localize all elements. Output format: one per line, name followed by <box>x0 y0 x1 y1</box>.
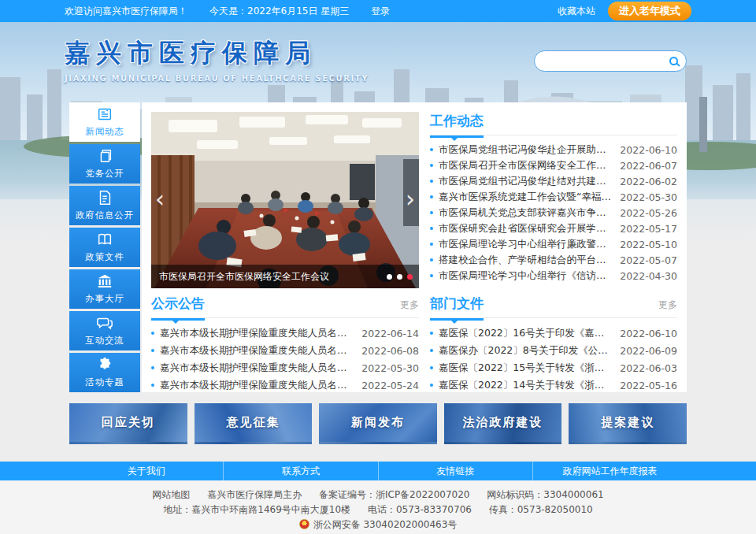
content-card: 市医保局召开全市医保网络安全工作会议 工作动态 市医保局党组书记冯俊华赴企开展助… <box>142 102 687 392</box>
topbar-right: 收藏本站 进入老年模式 <box>558 2 691 20</box>
search-icon[interactable] <box>669 57 678 65</box>
topbar-left: 欢迎访问嘉兴市医疗保障局！ 今天是：2022年6月15日 星期三 登录 <box>65 5 390 18</box>
list-item[interactable]: 嘉医保〔2022〕14号关于转发《浙江省医疗保...2022-05-16 <box>430 376 677 394</box>
list-item[interactable]: 市医保局党组书记冯俊华赴结对共建社区指导全国文...2022-06-02 <box>430 173 677 189</box>
carousel-dot[interactable] <box>397 274 402 280</box>
list-item[interactable]: 市医保研究会赴省医保研究会开展学习交流活动2022-05-17 <box>430 221 677 236</box>
footer: 网站地图 嘉兴市医疗保障局主办 备案证编号：浙ICP备2022007020 网站… <box>0 480 756 534</box>
welcome-text: 欢迎访问嘉兴市医疗保障局！ <box>65 5 187 18</box>
list-item[interactable]: 市医保局党组书记冯俊华赴企开展助企纾困活动2022-06-10 <box>430 142 677 158</box>
banner-proposal-suggestions[interactable]: 提案建议 <box>569 403 687 444</box>
document-icon <box>96 189 113 206</box>
banner-law-based-government[interactable]: 法治政府建设 <box>444 403 562 444</box>
site-map-link[interactable]: 网站地图 <box>152 489 190 500</box>
list-item[interactable]: 嘉医保办〔2022〕8号关于印发《公平竞争审查...2022-06-09 <box>430 342 677 359</box>
announcements-section: 公示公告 更多 嘉兴市本级长期护理保险重度失能人员名单公示（2...2022-0… <box>151 295 419 394</box>
book-icon <box>96 231 113 248</box>
login-link[interactable]: 登录 <box>371 5 390 18</box>
announcements-title[interactable]: 公示公告 <box>151 295 205 317</box>
footer-nav-links[interactable]: 友情链接 <box>378 462 532 480</box>
banner-news-release[interactable]: 新闻发布 <box>319 403 437 444</box>
bank-icon <box>96 273 113 290</box>
department-files-more-link[interactable]: 更多 <box>658 299 677 312</box>
top-row: 市医保局召开全市医保网络安全工作会议 工作动态 市医保局党组书记冯俊华赴企开展助… <box>151 112 677 288</box>
announcements-header: 公示公告 更多 <box>151 295 419 318</box>
site-subtitle: JIAXING MUNICIPAL BUREAU OF HEALTHCARE S… <box>65 74 369 83</box>
work-news-section: 工作动态 市医保局党组书记冯俊华赴企开展助企纾困活动2022-06-10 市医保… <box>419 112 677 288</box>
banner-opinion-collection[interactable]: 意见征集 <box>195 403 313 444</box>
puzzle-icon <box>96 356 113 373</box>
bottom-row: 公示公告 更多 嘉兴市本级长期护理保险重度失能人员名单公示（2...2022-0… <box>151 295 677 394</box>
announcements-list: 嘉兴市本级长期护理保险重度失能人员名单公示（2...2022-06-14 嘉兴市… <box>151 324 419 394</box>
phone-text: 电话：0573-83370706 <box>368 504 472 515</box>
carousel-dots <box>387 274 413 280</box>
list-item[interactable]: 嘉医保〔2022〕16号关于印发《嘉兴市医疗保...2022-06-10 <box>430 324 677 342</box>
site-logo: 嘉兴市医疗保障局 JIAXING MUNICIPAL BUREAU OF HEA… <box>65 36 369 83</box>
footer-nav-contact[interactable]: 联系方式 <box>223 462 377 480</box>
sidebar-item-policy-files[interactable]: 政策文件 <box>69 228 140 267</box>
sidebar-item-special-topics[interactable]: 活动专题 <box>69 353 140 392</box>
banner-respond-concerns[interactable]: 回应关切 <box>69 403 187 444</box>
organizer-text: 嘉兴市医疗保障局主办 <box>207 489 302 500</box>
elder-mode-button[interactable]: 进入老年模式 <box>608 2 691 20</box>
quick-banner-row: 回应关切 意见征集 新闻发布 法治政府建设 提案建议 <box>69 403 687 444</box>
carousel-dot-active[interactable] <box>407 274 413 280</box>
work-news-title[interactable]: 工作动态 <box>430 112 484 135</box>
sidebar-item-interaction[interactable]: 互动交流 <box>69 311 140 350</box>
sidebar-item-news[interactable]: 新闻动态 <box>69 102 140 142</box>
list-item[interactable]: 嘉兴市本级长期护理保险重度失能人员名单公示（2...2022-06-08 <box>151 342 419 359</box>
department-files-title[interactable]: 部门文件 <box>430 295 484 317</box>
public-security-badge-icon <box>299 519 309 529</box>
carousel-dot[interactable] <box>387 274 392 280</box>
sidebar-item-party-affairs[interactable]: 党务公开 <box>69 144 140 184</box>
carousel-next-button[interactable] <box>406 187 415 211</box>
list-item[interactable]: 嘉兴市本级长期护理保险重度失能人员名单公示（2...2022-06-14 <box>151 324 419 342</box>
header: 嘉兴市医疗保障局 JIAXING MUNICIPAL BUREAU OF HEA… <box>0 22 756 102</box>
work-news-list: 市医保局党组书记冯俊华赴企开展助企纾困活动2022-06-10 市医保局召开全市… <box>430 142 677 284</box>
department-files-list: 嘉医保〔2022〕16号关于印发《嘉兴市医疗保...2022-06-10 嘉医保… <box>430 324 677 394</box>
list-item[interactable]: 嘉兴市本级长期护理保险重度失能人员名单公示（2...2022-05-24 <box>151 376 419 394</box>
department-files-header: 部门文件 更多 <box>430 295 677 318</box>
footer-nav-about[interactable]: 关于我们 <box>69 462 223 480</box>
list-item[interactable]: 嘉兴市医保系统党建工作会议暨“幸福医保”党建联...2022-05-30 <box>430 189 677 205</box>
topbar: 欢迎访问嘉兴市医疗保障局！ 今天是：2022年6月15日 星期三 登录 收藏本站… <box>0 0 756 22</box>
list-item[interactable]: 搭建校企合作、产学研相结合的平台嘉兴市长期护理...2022-05-07 <box>430 252 677 268</box>
list-item[interactable]: 嘉医保〔2022〕15号关于转发《浙江省医疗保...2022-06-03 <box>430 359 677 376</box>
main-content: 新闻动态 党务公开 政府信息公开 政策文件 办事大厅 <box>69 102 687 395</box>
address-text: 地址：嘉兴市中环南路1469号中南大厦10楼 <box>163 504 350 515</box>
newspaper-icon <box>96 106 113 123</box>
department-files-section: 部门文件 更多 嘉医保〔2022〕16号关于印发《嘉兴市医疗保...2022-0… <box>419 295 677 394</box>
sidebar-item-service-hall[interactable]: 办事大厅 <box>69 269 140 309</box>
list-item[interactable]: 嘉兴市本级长期护理保险重度失能人员名单公示（2...2022-05-30 <box>151 359 419 376</box>
favorite-link[interactable]: 收藏本站 <box>558 5 595 18</box>
today-date-text: 今天是：2022年6月15日 星期三 <box>209 5 349 18</box>
news-carousel[interactable]: 市医保局召开全市医保网络安全工作会议 <box>151 112 419 288</box>
search-input[interactable] <box>543 56 669 67</box>
footer-nav-annual-report[interactable]: 政府网站工作年度报表 <box>532 462 687 480</box>
sidebar-item-gov-info[interactable]: 政府信息公开 <box>69 186 140 225</box>
pages-icon <box>96 147 113 165</box>
list-item[interactable]: 市医保局机关党总支部获评嘉兴市争创“建设清廉机...2022-05-26 <box>430 205 677 221</box>
carousel-prev-button[interactable] <box>155 187 165 211</box>
carousel-caption: 市医保局召开全市医保网络安全工作会议 <box>151 265 419 288</box>
chat-icon <box>96 314 113 332</box>
list-item[interactable]: 市医保局理论学习中心组举行《信访工作条例》专题...2022-04-30 <box>430 268 677 284</box>
icp-record-text: 备案证编号：浙ICP备2022007020 <box>319 489 470 500</box>
site-title: 嘉兴市医疗保障局 <box>65 36 369 71</box>
site-code-text: 网站标识码：3304000061 <box>487 489 603 500</box>
fax-text: 传真：0573-82050010 <box>489 504 593 515</box>
list-item[interactable]: 市医保局理论学习中心组举行廉政警示教育专题学习...2022-05-10 <box>430 236 677 252</box>
carousel-photo-meeting <box>151 112 419 288</box>
search-box <box>534 50 687 72</box>
list-item[interactable]: 市医保局召开全市医保网络安全工作会议2022-06-07 <box>430 158 677 173</box>
sidebar: 新闻动态 党务公开 政府信息公开 政策文件 办事大厅 <box>69 102 140 395</box>
footer-nav: 关于我们 联系方式 友情链接 政府网站工作年度报表 <box>0 462 756 480</box>
announcements-more-link[interactable]: 更多 <box>400 299 419 312</box>
security-record-text: 浙公网安备 33040202000463号 <box>313 519 458 530</box>
work-news-header: 工作动态 <box>430 112 677 135</box>
